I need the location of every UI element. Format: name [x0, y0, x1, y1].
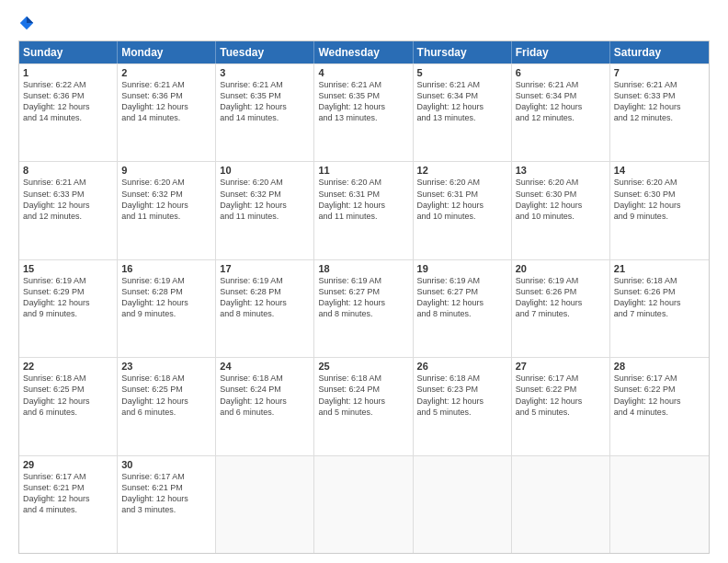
cell-info: Sunrise: 6:17 AMSunset: 6:22 PMDaylight:… [614, 373, 705, 418]
day-number: 8 [23, 165, 113, 176]
calendar-week-5: 29Sunrise: 6:17 AMSunset: 6:21 PMDayligh… [19, 455, 709, 553]
day-number: 7 [614, 67, 705, 78]
day-number: 18 [318, 263, 408, 274]
header-day-saturday: Saturday [610, 41, 709, 63]
cell-info: Sunrise: 6:20 AMSunset: 6:32 PMDaylight:… [220, 177, 310, 222]
svg-marker-1 [27, 17, 33, 23]
day-number: 5 [417, 67, 507, 78]
day-number: 16 [121, 263, 211, 274]
calendar-body: 1Sunrise: 6:22 AMSunset: 6:36 PMDaylight… [19, 63, 709, 553]
calendar-cell: 26Sunrise: 6:18 AMSunset: 6:23 PMDayligh… [414, 358, 512, 454]
calendar-cell: 24Sunrise: 6:18 AMSunset: 6:24 PMDayligh… [216, 358, 314, 454]
calendar-week-4: 22Sunrise: 6:18 AMSunset: 6:25 PMDayligh… [19, 357, 709, 454]
calendar-week-1: 1Sunrise: 6:22 AMSunset: 6:36 PMDaylight… [19, 63, 709, 161]
calendar-cell: 5Sunrise: 6:21 AMSunset: 6:34 PMDaylight… [414, 64, 512, 161]
header-day-sunday: Sunday [19, 41, 118, 63]
calendar-cell: 6Sunrise: 6:21 AMSunset: 6:34 PMDaylight… [512, 64, 610, 161]
calendar-week-2: 8Sunrise: 6:21 AMSunset: 6:33 PMDaylight… [19, 161, 709, 259]
calendar-cell: 22Sunrise: 6:18 AMSunset: 6:25 PMDayligh… [19, 358, 118, 454]
cell-info: Sunrise: 6:21 AMSunset: 6:35 PMDaylight:… [318, 79, 408, 124]
header-day-monday: Monday [118, 41, 216, 63]
day-number: 11 [318, 165, 408, 176]
calendar-cell: 8Sunrise: 6:21 AMSunset: 6:33 PMDaylight… [19, 162, 118, 259]
cell-info: Sunrise: 6:20 AMSunset: 6:30 PMDaylight:… [516, 177, 606, 222]
day-number: 22 [23, 361, 113, 372]
cell-info: Sunrise: 6:21 AMSunset: 6:33 PMDaylight:… [23, 177, 113, 222]
day-number: 13 [516, 165, 606, 176]
day-number: 20 [516, 263, 606, 274]
calendar-cell: 30Sunrise: 6:17 AMSunset: 6:21 PMDayligh… [118, 456, 216, 553]
day-number: 3 [220, 67, 310, 78]
header-day-wednesday: Wednesday [314, 41, 413, 63]
cell-info: Sunrise: 6:21 AMSunset: 6:33 PMDaylight:… [614, 79, 705, 124]
cell-info: Sunrise: 6:19 AMSunset: 6:27 PMDaylight:… [417, 275, 507, 320]
calendar-cell: 19Sunrise: 6:19 AMSunset: 6:27 PMDayligh… [414, 260, 512, 357]
calendar-cell: 29Sunrise: 6:17 AMSunset: 6:21 PMDayligh… [19, 456, 118, 553]
day-number: 26 [417, 361, 507, 372]
calendar-cell: 15Sunrise: 6:19 AMSunset: 6:29 PMDayligh… [19, 260, 118, 357]
cell-info: Sunrise: 6:21 AMSunset: 6:34 PMDaylight:… [417, 79, 507, 124]
cell-info: Sunrise: 6:18 AMSunset: 6:26 PMDaylight:… [614, 275, 705, 320]
calendar-cell [610, 456, 709, 553]
calendar-cell: 12Sunrise: 6:20 AMSunset: 6:31 PMDayligh… [414, 162, 512, 259]
calendar-cell: 9Sunrise: 6:20 AMSunset: 6:32 PMDaylight… [118, 162, 216, 259]
cell-info: Sunrise: 6:18 AMSunset: 6:25 PMDaylight:… [121, 373, 211, 418]
cell-info: Sunrise: 6:17 AMSunset: 6:22 PMDaylight:… [516, 373, 606, 418]
day-number: 17 [220, 263, 310, 274]
day-number: 12 [417, 165, 507, 176]
cell-info: Sunrise: 6:20 AMSunset: 6:30 PMDaylight:… [614, 177, 705, 222]
calendar-cell: 11Sunrise: 6:20 AMSunset: 6:31 PMDayligh… [314, 162, 413, 259]
cell-info: Sunrise: 6:18 AMSunset: 6:24 PMDaylight:… [318, 373, 408, 418]
day-number: 15 [23, 263, 113, 274]
day-number: 2 [121, 67, 211, 78]
day-number: 14 [614, 165, 705, 176]
cell-info: Sunrise: 6:18 AMSunset: 6:25 PMDaylight:… [23, 373, 113, 418]
cell-info: Sunrise: 6:19 AMSunset: 6:27 PMDaylight:… [318, 275, 408, 320]
day-number: 6 [516, 67, 606, 78]
day-number: 21 [614, 263, 705, 274]
cell-info: Sunrise: 6:19 AMSunset: 6:29 PMDaylight:… [23, 275, 113, 320]
header-day-tuesday: Tuesday [216, 41, 314, 63]
cell-info: Sunrise: 6:18 AMSunset: 6:24 PMDaylight:… [220, 373, 310, 418]
calendar-cell [314, 456, 413, 553]
day-number: 10 [220, 165, 310, 176]
calendar-cell: 25Sunrise: 6:18 AMSunset: 6:24 PMDayligh… [314, 358, 413, 454]
cell-info: Sunrise: 6:21 AMSunset: 6:35 PMDaylight:… [220, 79, 310, 124]
calendar-cell: 13Sunrise: 6:20 AMSunset: 6:30 PMDayligh… [512, 162, 610, 259]
cell-info: Sunrise: 6:17 AMSunset: 6:21 PMDaylight:… [23, 471, 113, 516]
cell-info: Sunrise: 6:20 AMSunset: 6:31 PMDaylight:… [417, 177, 507, 222]
calendar-cell: 4Sunrise: 6:21 AMSunset: 6:35 PMDaylight… [314, 64, 413, 161]
cell-info: Sunrise: 6:17 AMSunset: 6:21 PMDaylight:… [121, 471, 211, 516]
day-number: 4 [318, 67, 408, 78]
cell-info: Sunrise: 6:19 AMSunset: 6:28 PMDaylight:… [121, 275, 211, 320]
day-number: 30 [121, 459, 211, 470]
cell-info: Sunrise: 6:18 AMSunset: 6:23 PMDaylight:… [417, 373, 507, 418]
day-number: 24 [220, 361, 310, 372]
calendar-week-3: 15Sunrise: 6:19 AMSunset: 6:29 PMDayligh… [19, 259, 709, 357]
calendar-cell: 2Sunrise: 6:21 AMSunset: 6:36 PMDaylight… [118, 64, 216, 161]
calendar-cell: 17Sunrise: 6:19 AMSunset: 6:28 PMDayligh… [216, 260, 314, 357]
day-number: 29 [23, 459, 113, 470]
calendar: SundayMondayTuesdayWednesdayThursdayFrid… [18, 40, 710, 554]
day-number: 19 [417, 263, 507, 274]
day-number: 9 [121, 165, 211, 176]
logo-icon [18, 15, 35, 31]
calendar-cell [512, 456, 610, 553]
cell-info: Sunrise: 6:21 AMSunset: 6:36 PMDaylight:… [121, 79, 211, 124]
logo [18, 15, 39, 31]
day-number: 25 [318, 361, 408, 372]
calendar-cell: 23Sunrise: 6:18 AMSunset: 6:25 PMDayligh… [118, 358, 216, 454]
calendar-header: SundayMondayTuesdayWednesdayThursdayFrid… [19, 41, 709, 63]
calendar-cell: 1Sunrise: 6:22 AMSunset: 6:36 PMDaylight… [19, 64, 118, 161]
header [18, 15, 710, 31]
calendar-cell: 10Sunrise: 6:20 AMSunset: 6:32 PMDayligh… [216, 162, 314, 259]
cell-info: Sunrise: 6:20 AMSunset: 6:32 PMDaylight:… [121, 177, 211, 222]
calendar-cell: 28Sunrise: 6:17 AMSunset: 6:22 PMDayligh… [610, 358, 709, 454]
cell-info: Sunrise: 6:19 AMSunset: 6:26 PMDaylight:… [516, 275, 606, 320]
day-number: 28 [614, 361, 705, 372]
day-number: 27 [516, 361, 606, 372]
calendar-cell [216, 456, 314, 553]
cell-info: Sunrise: 6:20 AMSunset: 6:31 PMDaylight:… [318, 177, 408, 222]
calendar-cell: 7Sunrise: 6:21 AMSunset: 6:33 PMDaylight… [610, 64, 709, 161]
cell-info: Sunrise: 6:21 AMSunset: 6:34 PMDaylight:… [516, 79, 606, 124]
